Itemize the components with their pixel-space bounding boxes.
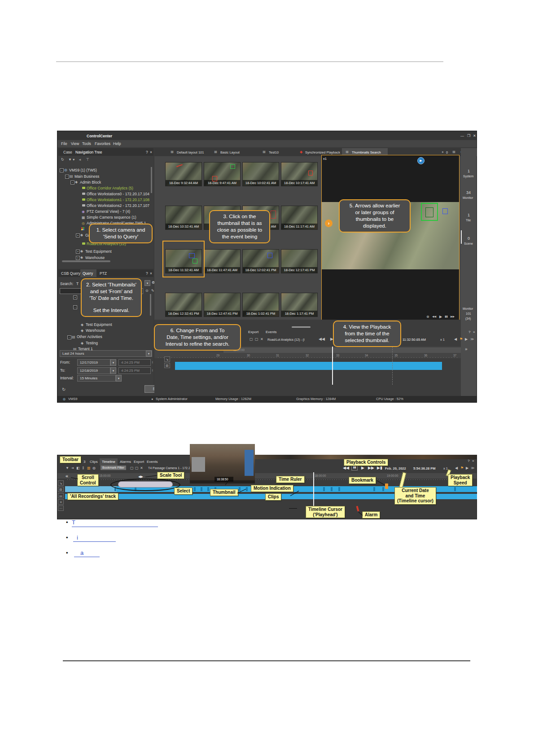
tree-item[interactable]: PTZ General View) - 7 (4) — [87, 209, 130, 214]
query-tree-item[interactable]: Warehouse — [86, 328, 105, 333]
nav-help-icon[interactable]: ? — [146, 150, 148, 154]
tab-default-layout[interactable]: Default layout 101 — [177, 150, 204, 154]
fast-forward-icon[interactable]: ▶▶ — [368, 466, 374, 470]
panel2-close-icon[interactable]: × — [472, 459, 474, 463]
expander-icon[interactable]: − — [73, 305, 77, 309]
remove-camera-icon[interactable]: ✕ — [140, 466, 143, 470]
bracket-open-icon[interactable]: ▢ — [249, 338, 253, 341]
thumbnail-tile[interactable]: 18-Dec 10:17:41 AM — [281, 162, 318, 186]
track-save-icon[interactable]: ⊟ — [58, 487, 64, 492]
tab-ptz[interactable]: PTZ — [100, 271, 107, 276]
query-tree-item[interactable]: Testing — [86, 341, 98, 345]
tab-timeline[interactable]: Timeline — [102, 460, 115, 464]
link-item[interactable]: a — [74, 549, 100, 557]
search-type-dropdown[interactable]: ▼ — [144, 280, 150, 286]
expander-icon[interactable]: + — [76, 250, 80, 254]
fast-forward-icon[interactable]: ▶▶ — [451, 315, 455, 318]
from-date-dropdown[interactable]: ▼ — [110, 359, 116, 366]
query-scrollbar[interactable] — [150, 294, 151, 316]
step-forward-icon[interactable]: ▶ — [466, 466, 468, 470]
step-back-icon[interactable]: ◀ — [454, 338, 457, 341]
zoom-in-icon[interactable]: ⊕ — [426, 315, 429, 319]
share-icon[interactable]: ⪡ — [79, 158, 81, 162]
close-button[interactable]: ✕ — [473, 134, 476, 138]
filter-icon[interactable]: ▼ — [66, 466, 69, 470]
tree-item-camera[interactable]: Office Workstations2 - 172.20.17.107 — [87, 203, 149, 208]
thumbnail-tile[interactable]: 18-Dec 11:17:41 AM — [281, 206, 318, 230]
play-icon[interactable]: ▶ — [361, 466, 364, 470]
tree-item-camera[interactable]: Office Workstations0 - 172.20.17.104 — [87, 192, 149, 196]
expander-icon[interactable]: − — [70, 180, 74, 185]
query-tree-item[interactable]: Other Activities — [77, 334, 102, 339]
timeline-close-icon[interactable]: × — [473, 330, 475, 334]
refresh-icon[interactable]: ↻ — [61, 158, 64, 162]
refresh-query-icon[interactable]: ↻ — [62, 387, 66, 392]
step-frame-icon[interactable]: ▶▮ — [377, 466, 382, 470]
bracket-close-icon[interactable]: ▢ — [135, 466, 139, 470]
thumbnail-tile[interactable]: 18-Dec 9:32:44 AM — [165, 162, 202, 186]
layout-grid-icon[interactable]: ⊞ — [452, 150, 455, 154]
panel2-help-icon[interactable]: ? — [468, 459, 469, 463]
nav-vertical-scrollbar[interactable] — [151, 167, 152, 193]
scale-tool-handle[interactable]: ◀▶ — [138, 475, 143, 478]
thumbnail-tile[interactable]: 18-Dec 12:17:41 PM — [281, 249, 318, 273]
recordings-track[interactable] — [175, 362, 442, 370]
menu-help[interactable]: Help — [113, 141, 121, 146]
export-icon[interactable]: ↥ — [82, 466, 85, 470]
query-tree-item[interactable]: Test Equipment — [86, 322, 112, 327]
to-date-dropdown[interactable]: ▼ — [110, 367, 116, 374]
interval-dropdown[interactable]: ▼ — [116, 375, 122, 382]
tab-clips[interactable]: Clips — [90, 460, 98, 464]
snap-icon[interactable]: ⇥ — [71, 466, 74, 470]
track-tool-icon[interactable]: ↘ — [164, 356, 170, 362]
step-forward-icon[interactable]: ▶ — [465, 338, 468, 341]
bracket-open-icon[interactable]: ▢ — [130, 466, 134, 470]
tab-alarms[interactable]: Alarms — [120, 460, 131, 464]
playhead-line[interactable] — [332, 347, 333, 385]
next-group-arrow-button[interactable]: › — [325, 220, 333, 227]
pin-icon[interactable]: ⊤ — [86, 158, 89, 162]
bookmark-marker[interactable] — [385, 483, 388, 489]
track-row-icon[interactable]: ▭ — [58, 493, 64, 498]
tab-test10[interactable]: Test10 — [269, 150, 279, 154]
tree-item[interactable]: VMS9 (1) (TW5) — [69, 168, 97, 172]
range-select[interactable]: Last 24 hours — [60, 350, 152, 357]
search-type-value[interactable]: T — [76, 281, 79, 286]
menu-tools[interactable]: Tools — [82, 141, 91, 146]
tab-export[interactable]: Export — [248, 330, 258, 334]
thumbnail-tile[interactable]: 18-Dec 10:32:41 AM — [165, 206, 202, 230]
tree-item-camera[interactable]: Office Corridor Analytics (5) — [87, 186, 133, 190]
query-help-icon[interactable]: ? — [146, 271, 148, 276]
jump-icon[interactable]: ≫ — [471, 466, 474, 470]
expander-icon[interactable]: − — [67, 335, 71, 339]
histogram-icon[interactable]: ▥ — [87, 466, 91, 470]
expander-icon[interactable]: + — [76, 256, 80, 260]
range-dropdown-icon[interactable]: ▼ — [146, 351, 152, 356]
jump-icon[interactable]: ≫ — [470, 338, 474, 341]
lock-icon[interactable]: ◧ — [76, 466, 80, 470]
interval-select[interactable]: 15 Minutes — [77, 375, 116, 382]
remove-camera-icon[interactable]: ✕ — [260, 338, 263, 341]
link-item[interactable]: T — [72, 519, 158, 527]
play-overlay-icon[interactable]: ▶ — [417, 157, 425, 164]
rewind-icon[interactable]: ◀◀ — [319, 337, 325, 341]
rewind-icon[interactable]: ◀◀ — [343, 466, 349, 470]
tree-item[interactable]: Warehouse — [85, 255, 105, 260]
tree-item[interactable]: Main Business — [74, 174, 99, 179]
thumbnail-tile[interactable]: 18-Dec 1:17:41 PM — [281, 293, 318, 317]
bookmark-icon[interactable]: ⚑ — [460, 466, 464, 470]
tab-basic-layout[interactable]: Basic Layout — [220, 150, 240, 154]
thumbnail-tile[interactable]: 18-Dec 9:47:41 AM — [204, 162, 241, 186]
link-item[interactable]: i — [73, 534, 116, 542]
menu-file[interactable]: File — [61, 141, 67, 146]
expander-icon[interactable]: + — [76, 233, 80, 237]
thumbnail-tile[interactable]: 18-Dec 10:02:41 AM — [242, 162, 279, 186]
globe-icon[interactable]: ◍ — [92, 466, 96, 470]
scroll-control-icon[interactable]: « — [66, 473, 68, 479]
bookmark-icon[interactable]: ⚑ — [460, 338, 463, 341]
expander-icon[interactable]: − — [65, 175, 69, 179]
time-ruler2[interactable] — [57, 473, 477, 479]
tab-events2[interactable]: Events — [147, 460, 158, 464]
ruler-more-icon[interactable]: » — [465, 347, 468, 352]
thumbnail-tile[interactable]: 18-Dec 12:02:41 PM — [242, 249, 279, 273]
